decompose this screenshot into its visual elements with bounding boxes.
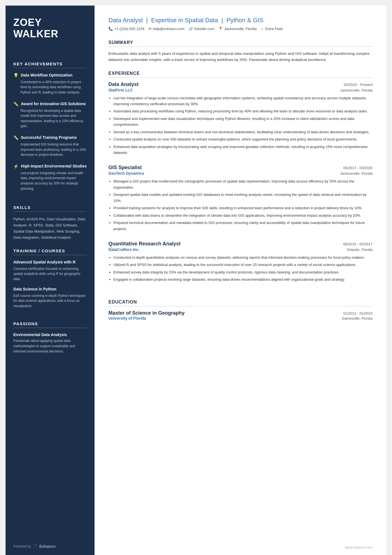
contact-row: 📞 +1-(234)-555-1234 ✉ help@enhancv.com 🔗… [108, 27, 373, 31]
summary-section-title: SUMMARY [108, 40, 373, 47]
skills-section-title: SKILLS [13, 205, 87, 212]
footer-url: www.enhancv.com [345, 546, 373, 549]
achievement-title: Award for Innovative GIS Solutions [21, 101, 86, 106]
phone-contact: 📞 +1-(234)-555-1234 [108, 27, 145, 31]
bullet-item: Served as a key communicator between tec… [113, 129, 373, 135]
job-bullets-list: Conducted in-depth quantitative analyses… [108, 255, 373, 283]
location-contact: 📍 Jacksonville, Florida [218, 27, 257, 31]
job-location: Jacksonville, Florida [340, 171, 373, 176]
achievement-desc: Led projects integrating climate and hea… [13, 171, 87, 191]
achievement-desc: Implemented GIS training sessions that i… [13, 142, 87, 157]
email-contact: ✉ help@enhancv.com [148, 27, 185, 31]
achievement-item: ✏️ Award for Innovative GIS Solutions Re… [13, 101, 87, 129]
passions-list: Environmental Data Analysis Passionate a… [13, 332, 87, 354]
main-header: Data Analyst | Expertise in Spatial Data… [108, 17, 373, 32]
bullet-item: Conducted spatial analysis on over 500 d… [113, 136, 373, 142]
enhancv-logo: ♡ Enhancv [33, 543, 55, 549]
job-dates: 06/2017 - 03/2020 [343, 166, 373, 170]
achievements-list: 💡 Data Workflow Optimization Contributed… [13, 73, 87, 197]
job-title: Data Analyst [108, 82, 138, 87]
linkedin-url: linkedin.com [194, 27, 214, 31]
linkedin-contact: 🔗 linkedin.com [188, 27, 214, 31]
bulb-icon: 💡 [13, 73, 19, 78]
title-part-1: Data Analyst [108, 17, 143, 24]
extra-field: Extra Field [265, 27, 282, 31]
training-section-title: TRAINING / COURSES [13, 248, 87, 255]
job-title: Quantitative Research Analyst [108, 241, 180, 247]
bullet-item: Provided training sessions for analysts … [113, 205, 373, 211]
achievement-item: ⚡ High-Impact Environmental Studies Led … [13, 164, 87, 191]
achievement-title: Data Workflow Optimization [21, 73, 73, 78]
job-company: DataCrafters Inc. [108, 247, 140, 252]
candidate-name: ZOEY WALKER [13, 17, 87, 40]
email-icon: ✉ [148, 27, 152, 31]
bullet-item: Conducted in-depth quantitative analyses… [113, 255, 373, 260]
experience-entry: Quantitative Research Analyst 08/2015 - … [108, 241, 373, 284]
passions-section-title: PASSIONS [13, 321, 87, 328]
job-dates: 08/2015 - 05/2017 [343, 242, 373, 246]
education-entry: Master of Science in Geography 01/2013 -… [108, 310, 373, 320]
phone-number: +1-(234)-555-1234 [114, 27, 145, 31]
lightning-icon: ⚡ [13, 164, 19, 169]
resume-container: ZOEY WALKER KEY ACHIEVEMENTS 💡 Data Work… [6, 6, 386, 555]
separator-2: | [222, 17, 225, 24]
bullet-item: Engaged in collaborative projects involv… [113, 277, 373, 282]
star-icon: ☆ [260, 27, 264, 31]
edu-school: University of Florida [108, 316, 146, 320]
job-dates: 04/2020 - Present [344, 83, 373, 87]
training-desc: EdX course covering in-depth Python tech… [13, 293, 87, 309]
pencil-icon: ✏️ [13, 135, 19, 140]
bullet-item: Enhanced data acquisition strategies by … [113, 144, 373, 156]
bullet-item: Collaborated with data teams to streamli… [113, 213, 373, 218]
achievements-section-title: KEY ACHIEVEMENTS [13, 61, 87, 68]
achievement-item: 💡 Data Workflow Optimization Contributed… [13, 73, 87, 95]
training-item: Advanced Spatial Analysis with R Courser… [13, 260, 87, 282]
education-section-title: EDUCATION [108, 300, 373, 306]
title-part-3: Python & GIS [226, 17, 263, 24]
skills-text: Python, ArcGIS Pro, Data Visualization, … [13, 216, 87, 241]
passion-desc: Passionate about applying spatial data m… [13, 338, 87, 354]
training-list: Advanced Spatial Analysis with R Courser… [13, 260, 87, 314]
summary-text: Enthusiastic data analyst with 5 years o… [108, 51, 373, 63]
main-footer: www.enhancv.com [108, 540, 373, 549]
passion-title: Environmental Data Analysis [13, 332, 87, 337]
location-icon: 📍 [218, 27, 223, 31]
bullet-item: Designed spatial data models and updated… [113, 192, 373, 204]
pencil-icon: ✏️ [13, 102, 19, 107]
bullet-item: Enhanced survey data integrity by 15% vi… [113, 269, 373, 275]
link-icon: 🔗 [188, 27, 193, 31]
bullet-item: Automated data processing workflows usin… [113, 108, 373, 114]
training-item: Data Science in Python EdX course coveri… [13, 287, 87, 309]
bullet-item: Prepared technical documentation and met… [113, 220, 373, 232]
edu-degree: Master of Science in Geography [108, 310, 185, 316]
job-title: GIS Specialist [108, 165, 142, 171]
achievement-desc: Contributed to a 40% reduction in projec… [13, 80, 87, 95]
bullet-item: Developed and implemented new data visua… [113, 116, 373, 128]
enhancv-heart-icon: ♡ [33, 543, 38, 549]
job-bullets-list: Led the integration of large-scale censu… [108, 95, 373, 156]
achievement-title: High-Impact Environmental Studies [21, 164, 86, 169]
achievement-desc: Recognized for developing a spatial data… [13, 108, 87, 129]
main-title: Data Analyst | Expertise in Spatial Data… [108, 17, 373, 24]
bullet-item: Managed a GIS project that modernized th… [113, 178, 373, 190]
extra-contact: ☆ Extra Field [260, 27, 282, 31]
sidebar-footer: Powered by ♡ Enhancv [13, 535, 87, 549]
achievement-title: Successful Training Programs [21, 135, 77, 140]
edu-dates: 01/2013 - 01/2015 [343, 311, 373, 315]
experience-entry: GIS Specialist 06/2017 - 03/2020 GeoTech… [108, 165, 373, 233]
bullet-item: Led the integration of large-scale censu… [113, 95, 373, 107]
main-content: Data Analyst | Expertise in Spatial Data… [95, 6, 386, 555]
training-title: Data Science in Python [13, 287, 87, 292]
job-company: GeoTech Dynamics [108, 171, 144, 176]
bullet-item: Utilized R and SPSS for statistical anal… [113, 262, 373, 268]
title-part-2: Expertise in Spatial Data [151, 17, 218, 24]
phone-icon: 📞 [108, 27, 113, 31]
separator-1: | [146, 17, 150, 24]
job-location: Orlando, Florida [347, 248, 373, 252]
email-address: help@enhancv.com [153, 27, 185, 31]
powered-by-label: Powered by [13, 544, 31, 548]
training-title: Advanced Spatial Analysis with R [13, 260, 87, 265]
experience-section-title: EXPERIENCE [108, 71, 373, 78]
enhancv-brand-name: Enhancv [39, 544, 55, 549]
sidebar: ZOEY WALKER KEY ACHIEVEMENTS 💡 Data Work… [6, 6, 95, 555]
